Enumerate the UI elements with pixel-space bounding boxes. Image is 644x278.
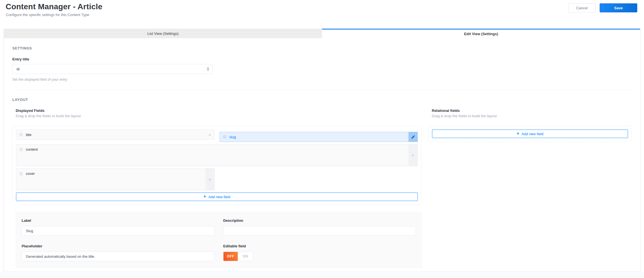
displayed-fields-column: Displayed Fields Drag & drop the fields …	[12, 109, 421, 268]
placeholder-input[interactable]	[22, 252, 214, 261]
tab-bar: List View (Settings) Edit View (Settings…	[4, 29, 640, 38]
field-title-label: title	[26, 133, 31, 137]
pencil-icon	[411, 135, 415, 139]
field-title-main: title	[16, 133, 214, 137]
drag-handle-icon[interactable]	[223, 135, 226, 138]
chevron-up-icon	[207, 67, 209, 69]
cancel-button[interactable]: Cancel	[568, 3, 596, 12]
layout-columns: Displayed Fields Drag & drop the fields …	[12, 109, 632, 268]
tab-edit-view-settings[interactable]: Edit View (Settings)	[322, 29, 640, 38]
field-content-label: content	[26, 147, 38, 152]
page-bottom-background	[0, 272, 644, 278]
description-field-label: Description	[223, 218, 416, 223]
layout-section-title: LAYOUT	[12, 98, 632, 102]
section-divider	[12, 90, 632, 90]
entry-title-label: Entry title	[12, 57, 632, 61]
page-title: Content Manager - Article	[6, 2, 102, 11]
field-slug-main: slug	[220, 135, 418, 139]
field-title[interactable]: title ×	[16, 130, 214, 140]
entry-title-select[interactable]: id	[12, 64, 213, 74]
editable-field-toggle: OFF ON	[223, 252, 253, 261]
add-relational-field-button[interactable]: + Add new field	[432, 130, 628, 138]
editable-form-group: Editable field OFF ON	[223, 244, 416, 261]
field-content[interactable]: content ×	[16, 144, 418, 166]
entry-title-selected-value: id	[17, 67, 19, 71]
displayed-fields-title: Displayed Fields	[16, 109, 421, 113]
add-relational-field-label: Add new field	[522, 132, 543, 136]
select-spinner-icon	[207, 67, 209, 71]
field-edit-panel: Label Description Placeholder Editable f…	[16, 212, 422, 268]
relational-fields-title: Relational fields	[432, 109, 632, 113]
label-field-label: Label	[22, 218, 214, 223]
content-type-settings-card: List View (Settings) Edit View (Settings…	[4, 29, 640, 272]
add-displayed-field-button[interactable]: + Add new field	[16, 193, 418, 201]
displayed-fields-dropzone: title × slug	[12, 126, 421, 205]
description-input[interactable]	[223, 226, 416, 236]
card-body: SETTINGS Entry title id Set the displaye…	[4, 38, 640, 268]
page-header: Content Manager - Article Configure the …	[0, 0, 644, 29]
relational-fields-column: Relational fields Drag & drop the fields…	[428, 109, 632, 268]
editable-field-label: Editable field	[223, 244, 416, 248]
field-slug[interactable]: slug	[220, 132, 418, 142]
field-slug-label: slug	[229, 135, 236, 139]
placeholder-form-group: Placeholder	[22, 244, 214, 261]
plus-icon: +	[204, 194, 206, 199]
empty-slot	[220, 168, 418, 190]
description-form-group: Description	[223, 218, 416, 236]
field-cover-label: cover	[26, 171, 35, 176]
settings-section-title: SETTINGS	[12, 46, 632, 50]
field-row: cover ×	[16, 168, 418, 190]
toggle-on-button[interactable]: ON	[238, 252, 253, 261]
remove-field-cover-icon[interactable]: ×	[205, 169, 214, 190]
field-cover[interactable]: cover ×	[16, 168, 215, 190]
field-row: title × slug	[16, 130, 418, 142]
tab-list-view-settings[interactable]: List View (Settings)	[4, 29, 322, 38]
field-cover-main: cover	[16, 169, 214, 176]
drag-handle-icon[interactable]	[20, 172, 22, 175]
remove-field-content-icon[interactable]: ×	[408, 144, 417, 166]
label-form-group: Label	[22, 218, 214, 236]
chevron-down-icon	[207, 69, 209, 71]
header-actions: Cancel Save	[568, 3, 637, 12]
edit-field-slug-button[interactable]	[408, 132, 418, 142]
save-button[interactable]: Save	[600, 3, 637, 12]
label-input[interactable]	[22, 226, 214, 236]
relational-fields-dropzone: + Add new field	[428, 126, 632, 142]
entry-title-help: Set the displayed field of your entry	[12, 78, 632, 82]
remove-field-title-icon[interactable]: ×	[209, 133, 211, 137]
placeholder-field-label: Placeholder	[22, 244, 214, 248]
add-displayed-field-label: Add new field	[208, 195, 230, 199]
displayed-fields-subtitle: Drag & drop the fields to build the layo…	[16, 114, 421, 118]
toggle-off-button[interactable]: OFF	[223, 252, 238, 261]
plus-icon: +	[517, 131, 519, 136]
relational-fields-subtitle: Drag & drop the fields to build the layo…	[432, 114, 632, 118]
field-content-main: content	[16, 144, 417, 152]
page-subtitle: Configure the specific settings for this…	[6, 13, 102, 17]
page-heading-group: Content Manager - Article Configure the …	[6, 2, 102, 17]
drag-handle-icon[interactable]	[20, 148, 22, 151]
drag-handle-icon[interactable]	[20, 133, 22, 136]
